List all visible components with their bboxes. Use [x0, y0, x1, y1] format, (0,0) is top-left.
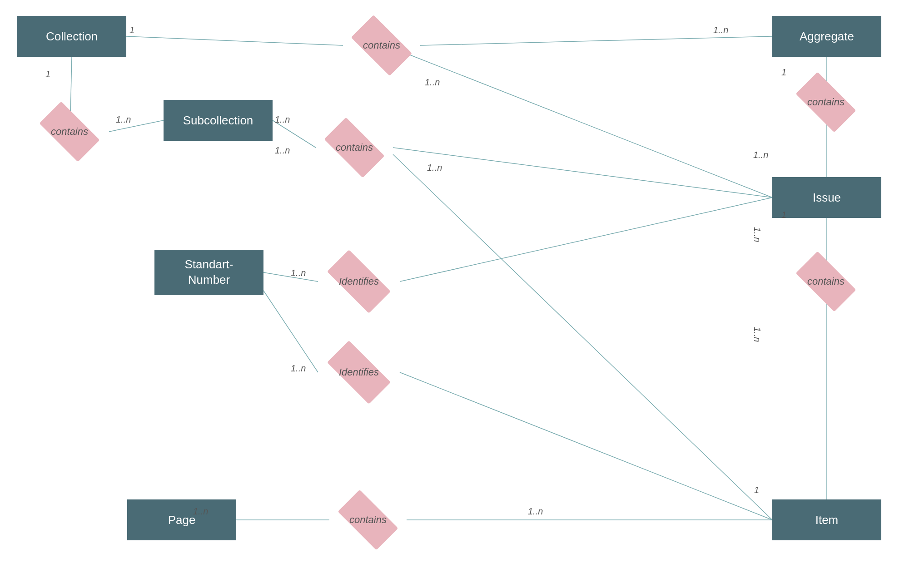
er-diagram: Collection Aggregate Subcollection Issue… [0, 0, 924, 583]
entity-standart-number: Standart-Number [154, 250, 263, 295]
entity-collection: Collection [17, 16, 126, 57]
card-6: 1..n [425, 77, 440, 88]
card-3: 1 [45, 69, 50, 79]
svg-line-13 [400, 198, 772, 282]
entity-page: Page [127, 499, 236, 540]
svg-line-2 [409, 54, 772, 198]
card-14: 1..n [752, 227, 762, 242]
entity-item: Item [772, 499, 881, 540]
diamond-contains-bottom: contains [329, 502, 407, 538]
entity-subcollection: Subcollection [164, 100, 273, 141]
entity-issue: Issue [772, 177, 881, 218]
card-8: 1..n [427, 163, 442, 173]
svg-line-1 [420, 36, 772, 45]
card-10: 1..n [753, 150, 768, 160]
svg-line-14 [263, 291, 318, 372]
card-9: 1 [781, 67, 786, 78]
svg-line-3 [70, 57, 72, 116]
card-7: 1..n [275, 145, 290, 156]
diamond-contains-left: contains [31, 114, 108, 150]
diamond-identifies-top: Identifies [318, 263, 400, 300]
card-1: 1 [129, 25, 134, 35]
entity-aggregate: Aggregate [772, 16, 881, 57]
card-13: 1..n [291, 363, 306, 374]
diamond-identifies-bot: Identifies [318, 354, 400, 390]
card-17: 1..n [528, 506, 543, 517]
svg-line-7 [393, 154, 772, 520]
svg-line-15 [400, 372, 772, 520]
svg-line-0 [126, 36, 343, 45]
diamond-contains-top: contains [343, 25, 420, 66]
card-12: 1..n [291, 268, 306, 278]
connections-svg [0, 0, 924, 583]
diamond-contains-agg: contains [787, 84, 864, 120]
card-4: 1..n [116, 114, 131, 125]
card-2: 1..n [713, 25, 728, 35]
card-11: 1 [781, 210, 786, 220]
svg-line-6 [393, 148, 772, 198]
diamond-contains-issue: contains [787, 263, 864, 300]
card-16: 1..n [193, 506, 208, 517]
card-18: 1 [754, 485, 759, 495]
card-5: 1..n [275, 114, 290, 125]
card-15: 1..n [752, 327, 762, 342]
diamond-contains-sub: contains [316, 129, 393, 166]
